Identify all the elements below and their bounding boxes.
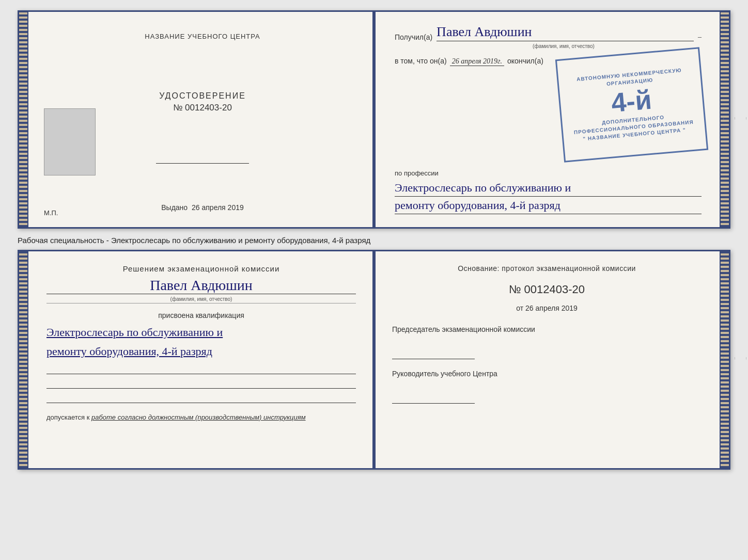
ot-date-block: от 26 апреля 2019 bbox=[392, 304, 702, 312]
predsedatel-label: Председатель экзаменационной комиссии bbox=[392, 325, 702, 333]
completion-date: 26 апреля 2019г. bbox=[450, 57, 504, 66]
poluchil-label: Получил(а) bbox=[395, 33, 432, 41]
certificate-number: № 0012403-20 bbox=[159, 103, 246, 113]
qualification-line2: ремонту оборудования, 4-й разряд bbox=[46, 343, 356, 360]
mp-stamp-label: М.П. bbox=[44, 209, 58, 217]
dopuskaetsya-block: допускается к работе согласно должностны… bbox=[46, 413, 356, 421]
signature-line-top bbox=[156, 148, 249, 164]
training-center-label: НАЗВАНИЕ УЧЕБНОГО ЦЕНТРА bbox=[145, 33, 260, 40]
bottom-fio-label: (фамилия, имя, отчество) bbox=[46, 296, 356, 303]
vtom-label: в том, что он(а) bbox=[395, 57, 447, 65]
stamp-rank: 4-й bbox=[610, 84, 653, 119]
qualification-line1: Электрослесарь по обслуживанию и bbox=[46, 324, 356, 341]
top-booklet: НАЗВАНИЕ УЧЕБНОГО ЦЕНТРА УДОСТОВЕРЕНИЕ №… bbox=[18, 10, 730, 229]
profession-block: по профессии Электрослесарь по обслужива… bbox=[395, 169, 702, 214]
recipient-name: Павел Авдюшин bbox=[437, 25, 694, 41]
blank-line-1 bbox=[46, 362, 356, 374]
vydano-date: 26 апреля 2019 bbox=[192, 203, 244, 212]
certificate-block: УДОСТОВЕРЕНИЕ № 0012403-20 bbox=[159, 91, 246, 113]
ot-date: 26 апреля 2019 bbox=[525, 304, 578, 312]
certificate-title: УДОСТОВЕРЕНИЕ bbox=[159, 91, 246, 101]
osnovanie-label: Основание: протокол экзаменационной коми… bbox=[392, 264, 702, 273]
rukovoditel-signature-line bbox=[392, 393, 475, 404]
po-professii-label: по профессии bbox=[395, 169, 702, 177]
bottom-left-page: Решением экзаменационной комиссии Павел … bbox=[28, 251, 374, 468]
bottom-booklet: Решением экзаменационной комиссии Павел … bbox=[18, 250, 730, 470]
ot-label: от bbox=[516, 304, 523, 312]
dopuskaetsya-label: допускается к bbox=[46, 413, 89, 421]
fio-subtitle-top: (фамилия, имя, отчество) bbox=[426, 43, 702, 49]
vydano-label: Выдано bbox=[161, 203, 188, 212]
side-chars-bottom: – и а ← – – – – bbox=[721, 352, 748, 365]
predsedatel-signature-line bbox=[392, 349, 475, 359]
top-left-page: НАЗВАНИЕ УЧЕБНОГО ЦЕНТРА УДОСТОВЕРЕНИЕ №… bbox=[28, 12, 377, 227]
profession-line1: Электрослесарь по обслуживанию и bbox=[395, 179, 702, 197]
bottom-right-border: – и а ← – – – – bbox=[720, 251, 729, 468]
blank-line-3 bbox=[46, 391, 356, 403]
rukovoditel-block: Руководитель учебного Центра bbox=[392, 370, 702, 404]
bottom-recipient-name: Павел Авдюшин bbox=[46, 277, 356, 294]
resheniem-label: Решением экзаменационной комиссии bbox=[46, 264, 356, 273]
predsedatel-block: Председатель экзаменационной комиссии bbox=[392, 325, 702, 359]
left-border-decoration bbox=[19, 12, 28, 227]
dash-right: – bbox=[698, 33, 702, 41]
okonchil-label: окончил(а) bbox=[507, 57, 543, 65]
recipient-line: Получил(а) Павел Авдюшин – bbox=[395, 25, 702, 41]
bottom-right-page: Основание: протокол экзаменационной коми… bbox=[374, 251, 720, 468]
profession-line2: ремонту оборудования, 4-й разряд bbox=[395, 197, 702, 214]
rukovoditel-label: Руководитель учебного Центра bbox=[392, 370, 702, 378]
protocol-number: № 0012403-20 bbox=[392, 283, 702, 296]
bottom-left-border bbox=[19, 251, 28, 468]
dopuskaetsya-value: работе согласно должностным (производств… bbox=[91, 413, 306, 421]
vydano-line: Выдано 26 апреля 2019 bbox=[161, 203, 244, 212]
stamp-overlay: АВТОНОМНУЮ НЕКОММЕРЧЕСКУЮ ОРГАНИЗАЦИЮ 4-… bbox=[555, 47, 708, 163]
separator-text: Рабочая специальность - Электрослесарь п… bbox=[18, 233, 730, 246]
top-right-page: Получил(а) Павел Авдюшин – (фамилия, имя… bbox=[377, 12, 720, 227]
prisvoena-label: присвоена квалификация bbox=[46, 311, 356, 319]
blank-line-2 bbox=[46, 376, 356, 389]
right-border-decoration: – и а ← – – – – bbox=[720, 12, 729, 227]
photo-placeholder bbox=[44, 108, 96, 175]
side-chars-top: – и а ← – – – – bbox=[721, 111, 748, 124]
